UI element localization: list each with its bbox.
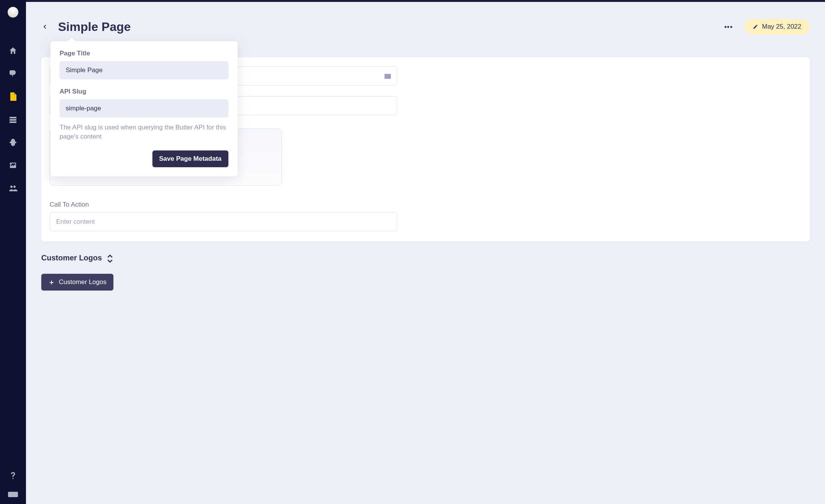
nav-components-icon[interactable] bbox=[8, 137, 18, 147]
nav-pages-icon[interactable] bbox=[8, 92, 18, 102]
id-card-icon[interactable] bbox=[383, 72, 392, 80]
last-modified-badge: May 25, 2022 bbox=[744, 19, 810, 34]
api-slug-label: API Slug bbox=[60, 88, 228, 95]
page-title-input[interactable] bbox=[60, 61, 228, 79]
nav-collections-icon[interactable] bbox=[8, 115, 18, 124]
cta-input[interactable] bbox=[50, 212, 397, 231]
page-title-label: Page Title bbox=[60, 50, 228, 57]
nav-home-icon[interactable] bbox=[8, 46, 18, 56]
plus-icon: ＋ bbox=[48, 279, 55, 286]
pencil-icon bbox=[753, 24, 758, 29]
more-actions-icon[interactable] bbox=[724, 22, 733, 31]
nav-users-icon[interactable] bbox=[8, 183, 18, 193]
page-title: Simple Page bbox=[58, 20, 131, 34]
save-metadata-button[interactable]: Save Page Metadata bbox=[152, 150, 228, 167]
back-button[interactable] bbox=[41, 23, 49, 31]
reorder-icon[interactable] bbox=[107, 254, 113, 262]
api-slug-input[interactable] bbox=[60, 99, 228, 118]
nav-blog-icon[interactable] bbox=[8, 69, 18, 79]
sidebar bbox=[0, 0, 26, 504]
metadata-popover: Page Title API Slug The API slug is used… bbox=[50, 41, 238, 176]
api-slug-help-text: The API slug is used when querying the B… bbox=[60, 123, 228, 141]
add-customer-logos-button[interactable]: ＋ Customer Logos bbox=[41, 274, 113, 291]
customer-logos-section-header: Customer Logos bbox=[41, 254, 810, 262]
cta-label: Call To Action bbox=[50, 201, 801, 208]
last-modified-date: May 25, 2022 bbox=[762, 23, 801, 31]
page-header: Simple Page May 25, 2022 Page Title API … bbox=[41, 19, 810, 34]
nav-help-icon[interactable] bbox=[8, 470, 18, 480]
customer-logos-title: Customer Logos bbox=[41, 254, 102, 262]
nav-footer-icon[interactable] bbox=[8, 492, 18, 497]
nav-media-icon[interactable] bbox=[8, 160, 18, 170]
avatar[interactable] bbox=[8, 7, 18, 18]
main-content: Simple Page May 25, 2022 Page Title API … bbox=[26, 0, 825, 504]
